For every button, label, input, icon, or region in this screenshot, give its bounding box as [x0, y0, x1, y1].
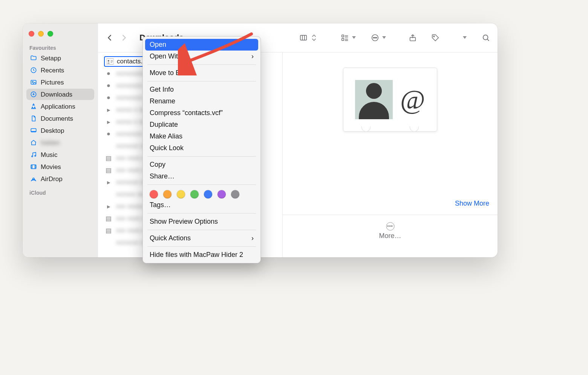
- back-button[interactable]: [106, 34, 114, 42]
- menu-item-open-with[interactable]: Open With ›: [145, 51, 258, 62]
- menu-item-label: Move to Bin: [150, 69, 185, 77]
- toolbar-overflow-button[interactable]: [462, 36, 467, 39]
- sidebar-item-movies[interactable]: Movies: [26, 161, 94, 172]
- sidebar-item-label: Recents: [41, 67, 64, 74]
- sidebar-item-applications[interactable]: Applications: [26, 101, 94, 112]
- menu-item-label: Open: [150, 41, 166, 49]
- svg-rect-9: [300, 35, 307, 40]
- svg-point-17: [433, 35, 435, 37]
- tag-colors-row: [145, 187, 258, 199]
- menu-item-duplicate[interactable]: Duplicate: [145, 119, 258, 131]
- tags-button[interactable]: [431, 34, 439, 42]
- sidebar-item-label: Desktop: [41, 128, 64, 134]
- sidebar-item-airdrop[interactable]: AirDrop: [26, 173, 94, 184]
- sidebar-item-downloads[interactable]: Downloads: [26, 89, 94, 100]
- picture-icon: [30, 79, 37, 86]
- sidebar-item-label: Downloads: [41, 91, 72, 98]
- share-button[interactable]: [409, 34, 417, 42]
- menu-item-open[interactable]: Open: [145, 39, 258, 51]
- tag-red[interactable]: [150, 190, 158, 198]
- sidebar-item-music[interactable]: Music: [26, 149, 94, 160]
- more-actions-button[interactable]: ••• More…: [379, 222, 401, 240]
- menu-separator: [147, 213, 256, 214]
- ellipsis-icon: •••: [386, 222, 394, 231]
- show-more-link[interactable]: Show More: [455, 200, 489, 207]
- menu-item-get-info[interactable]: Get Info: [145, 84, 258, 95]
- sidebar-item-setapp[interactable]: Setapp: [26, 52, 94, 64]
- menu-item-label: Get Info: [150, 86, 174, 94]
- vcf-preview-icon: @: [343, 68, 437, 132]
- sidebar: Favourites Setapp Recents Pictures: [23, 23, 98, 257]
- svg-rect-7: [31, 165, 36, 169]
- menu-item-label: Compress “contacts.vcf”: [150, 109, 223, 117]
- menu-item-show-preview-options[interactable]: Show Preview Options: [145, 216, 258, 227]
- menu-item-label: Tags…: [150, 201, 171, 209]
- tag-yellow[interactable]: [177, 190, 185, 198]
- sidebar-item-label: Documents: [41, 115, 73, 122]
- svg-point-13: [373, 37, 374, 38]
- minimize-window-button[interactable]: [38, 31, 44, 37]
- svg-point-18: [483, 35, 488, 40]
- menu-item-label: Hide files with MacPaw Hider 2: [150, 251, 243, 259]
- sidebar-item-pictures[interactable]: Pictures: [26, 77, 94, 88]
- chevron-right-icon: ›: [251, 234, 254, 242]
- search-button[interactable]: [482, 34, 490, 42]
- menu-item-make-alias[interactable]: Make Alias: [145, 131, 258, 142]
- sidebar-item-documents[interactable]: Documents: [26, 113, 94, 124]
- forward-button[interactable]: [120, 34, 128, 42]
- menu-separator: [147, 65, 256, 65]
- maximize-window-button[interactable]: [47, 31, 53, 37]
- menu-item-label: Share…: [150, 172, 175, 180]
- close-window-button[interactable]: [29, 31, 34, 37]
- document-icon: [30, 115, 37, 122]
- menu-item-label: Quick Look: [150, 144, 184, 152]
- sidebar-heading-favourites: Favourites: [26, 43, 94, 52]
- sidebar-item-recents[interactable]: Recents: [26, 65, 94, 76]
- tag-blue[interactable]: [204, 190, 212, 198]
- sidebar-item-label: Music: [41, 152, 57, 158]
- menu-item-label: Make Alias: [150, 132, 182, 140]
- more-label: More…: [379, 232, 401, 240]
- menu-item-copy[interactable]: Copy: [145, 159, 258, 171]
- svg-point-5: [32, 156, 33, 157]
- sidebar-item-home[interactable]: hidden: [26, 137, 94, 148]
- menu-item-tags[interactable]: Tags…: [145, 199, 258, 211]
- menu-separator: [147, 184, 256, 185]
- at-sign-icon: @: [400, 86, 425, 113]
- menu-item-share[interactable]: Share…: [145, 171, 258, 182]
- menu-separator: [147, 246, 256, 247]
- menu-item-rename[interactable]: Rename: [145, 95, 258, 107]
- airdrop-icon: [30, 175, 37, 182]
- sidebar-item-label: Setapp: [41, 55, 61, 61]
- svg-rect-10: [342, 35, 344, 37]
- menu-item-label: Duplicate: [150, 121, 178, 129]
- tag-orange[interactable]: [163, 190, 172, 198]
- home-icon: [30, 139, 37, 146]
- menu-separator: [147, 156, 256, 157]
- svg-point-6: [35, 155, 36, 157]
- window-controls: [26, 29, 94, 43]
- menu-item-label: Rename: [150, 97, 175, 105]
- menu-separator: [147, 230, 256, 230]
- tag-green[interactable]: [190, 190, 199, 198]
- svg-point-2: [32, 81, 33, 83]
- movie-icon: [30, 163, 37, 170]
- context-menu: Open Open With › Move to Bin Get Info Re…: [142, 36, 261, 263]
- svg-rect-11: [342, 38, 344, 40]
- menu-item-hide-files[interactable]: Hide files with MacPaw Hider 2: [145, 249, 258, 261]
- svg-point-20: [108, 60, 109, 61]
- group-by-button[interactable]: [341, 34, 356, 42]
- menu-item-label: Show Preview Options: [150, 218, 218, 226]
- folder-icon: [30, 55, 37, 61]
- menu-item-compress[interactable]: Compress “contacts.vcf”: [145, 107, 258, 119]
- tag-gray[interactable]: [231, 190, 239, 198]
- menu-item-quick-look[interactable]: Quick Look: [145, 142, 258, 154]
- tag-purple[interactable]: [217, 190, 226, 198]
- menu-item-move-to-bin[interactable]: Move to Bin: [145, 67, 258, 79]
- menu-item-quick-actions[interactable]: Quick Actions ›: [145, 232, 258, 244]
- desktop-icon: [30, 127, 37, 134]
- chevron-right-icon: ›: [251, 52, 254, 60]
- action-menu-button[interactable]: [371, 34, 386, 42]
- view-columns-button[interactable]: [299, 34, 318, 42]
- sidebar-item-desktop[interactable]: Desktop: [26, 125, 94, 136]
